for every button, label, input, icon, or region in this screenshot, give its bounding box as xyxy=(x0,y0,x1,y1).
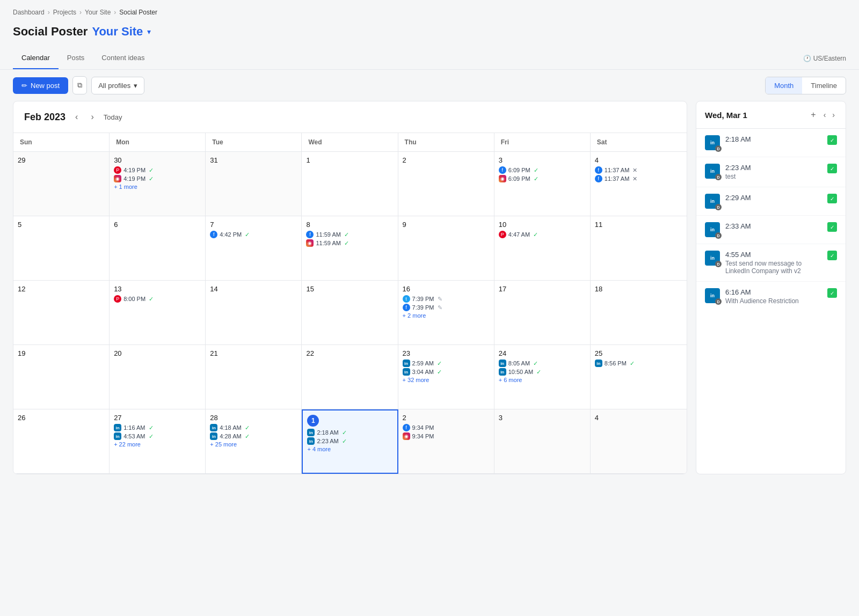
day-cell-feb4[interactable]: 4 f 11:37 AM ✕ f 11:37 AM ✕ xyxy=(591,152,687,216)
day-cell-feb12[interactable]: 12 xyxy=(13,281,110,345)
list-item[interactable]: in 8:05 AM ✓ xyxy=(499,360,586,367)
tab-posts[interactable]: Posts xyxy=(59,47,93,69)
list-item[interactable]: P 4:47 AM ✓ xyxy=(499,231,586,238)
day-cell-feb6[interactable]: 6 xyxy=(110,216,206,281)
more-link[interactable]: + 1 more xyxy=(114,184,201,190)
site-name-chevron[interactable]: ▾ xyxy=(147,27,151,36)
day-cell-mar4[interactable]: 4 xyxy=(591,409,687,474)
schedule-item-5[interactable]: in D 4:55 AM Test send now message to Li… xyxy=(696,244,846,282)
list-item[interactable]: in 4:53 AM ✓ xyxy=(114,432,201,440)
pinterest-icon: P xyxy=(114,166,121,174)
day-cell-mar3[interactable]: 3 xyxy=(494,409,591,474)
day-cell-feb11[interactable]: 11 xyxy=(591,216,687,281)
today-button[interactable]: Today xyxy=(104,113,122,121)
day-cell-jan31[interactable]: 31 xyxy=(206,152,302,216)
day-cell-feb7[interactable]: 7 f 4:42 PM ✓ xyxy=(206,216,302,281)
day-cell-feb20[interactable]: 20 xyxy=(110,345,206,409)
day-cell-feb9[interactable]: 9 xyxy=(398,216,494,281)
day-num: 6 xyxy=(114,221,201,229)
day-num: 10 xyxy=(499,221,586,229)
day-cell-feb27[interactable]: 27 in 1:16 AM ✓ in 4:53 AM ✓ + 22 more xyxy=(110,409,206,474)
list-item[interactable]: f 11:59 AM ✓ xyxy=(306,231,393,238)
schedule-item-1[interactable]: in D 2:18 AM ✓ xyxy=(696,129,846,157)
day-cell-feb23[interactable]: 23 in 2:59 AM ✓ in 3:04 AM ✓ + 32 more xyxy=(398,345,494,409)
prev-month-button[interactable]: ‹ xyxy=(72,110,81,124)
month-view-button[interactable]: Month xyxy=(766,77,802,94)
linkedin-icon: in xyxy=(210,424,217,431)
list-item[interactable]: in 2:23 AM ✓ xyxy=(307,437,392,445)
breadcrumb-dashboard[interactable]: Dashboard xyxy=(13,9,45,16)
breadcrumb-yoursite[interactable]: Your Site xyxy=(85,9,111,16)
day-cell-feb26[interactable]: 26 xyxy=(13,409,110,474)
day-cell-feb2[interactable]: 2 xyxy=(398,152,494,216)
day-cell-feb18[interactable]: 18 xyxy=(591,281,687,345)
day-cell-feb5[interactable]: 5 xyxy=(13,216,110,281)
list-item[interactable]: in 2:18 AM ✓ xyxy=(307,429,392,436)
list-item[interactable]: ◉ 4:19 PM ✓ xyxy=(114,175,201,182)
list-item[interactable]: f 7:39 PM ✎ xyxy=(403,304,490,311)
list-item[interactable]: in 10:50 AM ✓ xyxy=(499,368,586,376)
add-post-button[interactable]: + xyxy=(807,109,819,121)
day-cell-feb16[interactable]: 16 t 7:39 PM ✎ f 7:39 PM ✎ + 2 more xyxy=(398,281,494,345)
schedule-item-4[interactable]: in D 2:33 AM ✓ xyxy=(696,216,846,244)
list-item[interactable]: f 9:34 PM xyxy=(403,424,490,431)
list-item[interactable]: ◉ 6:09 PM ✓ xyxy=(499,175,586,182)
day-cell-feb14[interactable]: 14 xyxy=(206,281,302,345)
list-item[interactable]: P 4:19 PM ✓ xyxy=(114,166,201,174)
day-cell-feb25[interactable]: 25 in 8:56 PM ✓ xyxy=(591,345,687,409)
day-cell-feb13[interactable]: 13 P 8:00 PM ✓ xyxy=(110,281,206,345)
new-post-button[interactable]: ✏ New post xyxy=(13,77,68,94)
more-link[interactable]: + 2 more xyxy=(403,312,490,319)
list-item[interactable]: ◉ 9:34 PM xyxy=(403,432,490,440)
breadcrumb-projects[interactable]: Projects xyxy=(53,9,76,16)
day-cell-feb22[interactable]: 22 xyxy=(302,345,398,409)
list-item[interactable]: in 1:16 AM ✓ xyxy=(114,424,201,431)
list-item[interactable]: in 3:04 AM ✓ xyxy=(403,368,490,376)
linkedin-icon: in xyxy=(114,432,121,440)
list-item[interactable]: in 4:18 AM ✓ xyxy=(210,424,297,431)
chevron-down-icon: ▾ xyxy=(134,82,137,90)
panel-prev-button[interactable]: ‹ xyxy=(821,109,828,120)
day-cell-jan29[interactable]: 29 xyxy=(13,152,110,216)
next-month-button[interactable]: › xyxy=(88,110,97,124)
day-cell-feb8[interactable]: 8 f 11:59 AM ✓ ◉ 11:59 AM ✓ xyxy=(302,216,398,281)
tab-content-ideas[interactable]: Content ideas xyxy=(93,47,153,69)
copy-button[interactable]: ⧉ xyxy=(72,76,87,94)
tab-calendar[interactable]: Calendar xyxy=(13,47,59,69)
more-link[interactable]: + 22 more xyxy=(114,441,201,448)
day-cell-feb19[interactable]: 19 xyxy=(13,345,110,409)
day-cell-feb3[interactable]: 3 f 6:09 PM ✓ ◉ 6:09 PM ✓ xyxy=(494,152,591,216)
profiles-dropdown[interactable]: All profiles ▾ xyxy=(91,77,144,94)
timeline-view-button[interactable]: Timeline xyxy=(802,77,846,94)
list-item[interactable]: f 11:37 AM ✕ xyxy=(595,166,682,174)
day-cell-mar2[interactable]: 2 f 9:34 PM ◉ 9:34 PM xyxy=(398,409,494,474)
day-cell-feb21[interactable]: 21 xyxy=(206,345,302,409)
day-cell-feb10[interactable]: 10 P 4:47 AM ✓ xyxy=(494,216,591,281)
day-cell-feb17[interactable]: 17 xyxy=(494,281,591,345)
more-link[interactable]: + 6 more xyxy=(499,377,586,383)
schedule-item-6[interactable]: in D 6:16 AM With Audience Restriction ✓ xyxy=(696,282,846,311)
list-item[interactable]: ◉ 11:59 AM ✓ xyxy=(306,239,393,247)
day-cell-feb1[interactable]: 1 xyxy=(302,152,398,216)
list-item[interactable]: t 7:39 PM ✎ xyxy=(403,295,490,303)
schedule-item-3[interactable]: in D 2:29 AM ✓ xyxy=(696,187,846,216)
list-item[interactable]: in 4:28 AM ✓ xyxy=(210,432,297,440)
site-name-link[interactable]: Your Site xyxy=(92,25,143,39)
panel-next-button[interactable]: › xyxy=(830,109,837,120)
more-link[interactable]: + 4 more xyxy=(307,446,392,452)
list-item[interactable]: f 4:42 PM ✓ xyxy=(210,231,297,238)
more-link[interactable]: + 25 more xyxy=(210,441,297,448)
day-cell-jan30[interactable]: 30 P 4:19 PM ✓ ◉ 4:19 PM ✓ + 1 more xyxy=(110,152,206,216)
list-item[interactable]: in 2:59 AM ✓ xyxy=(403,360,490,367)
list-item[interactable]: in 8:56 PM ✓ xyxy=(595,360,682,367)
day-cell-feb24[interactable]: 24 in 8:05 AM ✓ in 10:50 AM ✓ + 6 more xyxy=(494,345,591,409)
schedule-item-2[interactable]: in D 2:23 AM test ✓ xyxy=(696,157,846,187)
day-cell-feb28[interactable]: 28 in 4:18 AM ✓ in 4:28 AM ✓ + 25 more xyxy=(206,409,302,474)
more-link[interactable]: + 32 more xyxy=(403,377,490,383)
day-cell-feb15[interactable]: 15 xyxy=(302,281,398,345)
list-item[interactable]: P 8:00 PM ✓ xyxy=(114,295,201,303)
panel-nav: + ‹ › xyxy=(807,109,837,121)
list-item[interactable]: f 11:37 AM ✕ xyxy=(595,175,682,182)
list-item[interactable]: f 6:09 PM ✓ xyxy=(499,166,586,174)
day-cell-mar1[interactable]: 1 in 2:18 AM ✓ in 2:23 AM ✓ + 4 more xyxy=(302,409,398,474)
